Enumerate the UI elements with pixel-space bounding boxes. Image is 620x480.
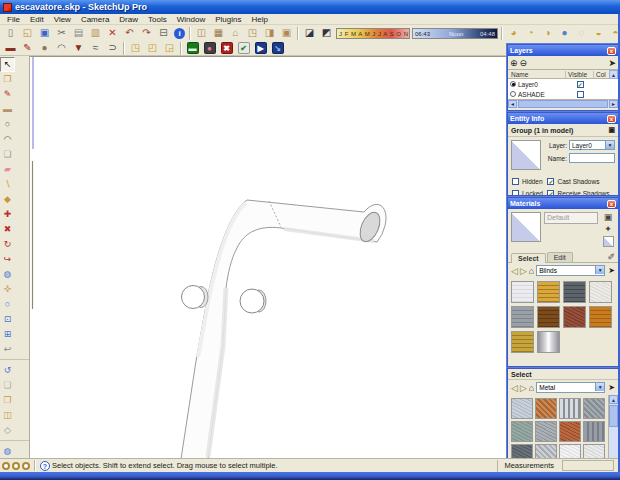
style-wireframe-icon[interactable]: ◑: [539, 26, 556, 40]
zoom-extents-tool[interactable]: ⊞: [0, 327, 15, 342]
menu-plugins[interactable]: Plugins: [210, 15, 246, 24]
close-icon[interactable]: x: [607, 47, 616, 55]
column-visible[interactable]: Visible: [566, 71, 594, 78]
home-icon[interactable]: ⌂: [529, 266, 534, 276]
undo-icon[interactable]: ↶: [121, 26, 138, 40]
model-info-icon[interactable]: i: [172, 26, 187, 40]
hidden-checkbox[interactable]: [512, 178, 519, 185]
forward-icon[interactable]: ▷: [520, 383, 527, 393]
view-iso-icon[interactable]: ◳: [127, 41, 144, 55]
menu-window[interactable]: Window: [172, 15, 210, 24]
current-layer-radio[interactable]: [510, 81, 516, 87]
component-browser-tool[interactable]: ❐: [0, 393, 15, 408]
library-dropdown[interactable]: Blinds ▼: [536, 265, 605, 276]
layers-hscrollbar[interactable]: ◄ ►: [508, 99, 618, 108]
status-circle-icon[interactable]: [12, 462, 20, 470]
scale-tool[interactable]: ✖: [0, 222, 15, 237]
circle-tool[interactable]: ○: [0, 117, 15, 132]
toggle-terrain-icon[interactable]: ▦: [210, 26, 227, 40]
rectangle-tool[interactable]: ▬: [0, 102, 15, 117]
shadow-time-slider[interactable]: 06:43Noon04:48: [412, 28, 498, 39]
paint-bucket-tool[interactable]: ◆: [0, 192, 15, 207]
style-shaded-textures-icon[interactable]: ◒: [590, 26, 607, 40]
pan-tool[interactable]: ✜: [0, 282, 15, 297]
zoom-previous-tool[interactable]: ↩: [0, 342, 15, 357]
print-icon[interactable]: ⊟: [155, 26, 172, 40]
column-name[interactable]: Name: [508, 71, 566, 78]
freehand-icon[interactable]: ≈: [87, 41, 104, 55]
cut-icon[interactable]: ✂: [53, 26, 70, 40]
tape-measure-tool[interactable]: ∖: [0, 177, 15, 192]
material-swatch-corrugated-steel[interactable]: [559, 398, 581, 419]
library-dropdown[interactable]: Metal ▼: [536, 382, 605, 393]
home-icon[interactable]: ⌂: [529, 383, 534, 393]
add-layer-icon[interactable]: ⊕: [510, 58, 518, 68]
plugin-ellipse-icon[interactable]: ●: [201, 41, 218, 55]
scroll-right-icon[interactable]: ►: [609, 100, 618, 108]
place-model-icon[interactable]: ⌂: [227, 26, 244, 40]
drawing-canvas[interactable]: [30, 56, 506, 458]
layer-details-icon[interactable]: ➤: [608, 58, 616, 68]
back-icon[interactable]: ◁: [511, 383, 518, 393]
share-model-icon[interactable]: ◨: [261, 26, 278, 40]
chevron-down-icon[interactable]: ▼: [595, 266, 604, 274]
zoom-tool[interactable]: ○: [0, 297, 15, 312]
plugin-weld-icon[interactable]: ↘: [269, 41, 286, 55]
display-secondary-pane-icon[interactable]: ▣: [604, 212, 613, 222]
material-swatch-blinds-gold[interactable]: [537, 281, 560, 303]
line-icon[interactable]: ✎: [19, 41, 36, 55]
new-icon[interactable]: ▯: [2, 26, 19, 40]
material-swatch-copper-diamond-plate[interactable]: [535, 398, 557, 419]
plugin-delete-icon[interactable]: ✖: [218, 41, 235, 55]
move-tool[interactable]: ✚: [0, 207, 15, 222]
create-material-icon[interactable]: ✦: [604, 224, 612, 234]
material-name-box[interactable]: Default: [544, 212, 598, 224]
circle-icon[interactable]: ●: [36, 41, 53, 55]
material-swatch-steel-crosshatch[interactable]: [583, 398, 605, 419]
material-swatch-blinds-gold-stripe[interactable]: [511, 331, 534, 353]
material-swatch-wood-orange[interactable]: [589, 306, 612, 328]
layer-dropdown[interactable]: Layer0 ▼: [569, 140, 615, 150]
visible-checkbox[interactable]: [577, 91, 584, 98]
plugin-make-face-icon[interactable]: ▬: [184, 41, 201, 55]
menu-tools[interactable]: Tools: [143, 15, 172, 24]
scroll-up-icon[interactable]: ▲: [609, 395, 618, 404]
make-component-tool[interactable]: ❐: [0, 72, 15, 87]
orbit-2-tool[interactable]: ◍: [0, 444, 15, 459]
polygon-icon[interactable]: ▼: [70, 41, 87, 55]
material-swatch-corrugated-gray[interactable]: [583, 421, 605, 442]
save-icon[interactable]: ▣: [36, 26, 53, 40]
close-icon[interactable]: x: [607, 115, 616, 123]
shadow-settings-icon[interactable]: ◪: [301, 26, 318, 40]
material-swatch-green-metal[interactable]: [511, 421, 533, 442]
measurements-input[interactable]: [562, 460, 614, 471]
shadow-date-slider[interactable]: J F M A M J J A S O N D: [336, 28, 410, 39]
remove-layer-icon[interactable]: ⊖: [520, 58, 528, 68]
materials-title-bar[interactable]: Materials x: [508, 198, 618, 209]
forward-icon[interactable]: ▷: [520, 266, 527, 276]
material-swatch-blinds-dark-gray[interactable]: [563, 281, 586, 303]
scroll-thumb[interactable]: [609, 405, 618, 427]
offset-icon[interactable]: ⊃: [104, 41, 121, 55]
status-circle-icon[interactable]: [2, 462, 10, 470]
tab-edit[interactable]: Edit: [547, 252, 573, 262]
scroll-up-icon[interactable]: ▲: [609, 70, 618, 79]
group-tool[interactable]: ◫: [0, 408, 15, 423]
arc-tool[interactable]: ◠: [0, 132, 15, 147]
style-back-edges-icon[interactable]: ◔: [522, 26, 539, 40]
materials-vscrollbar[interactable]: ▲ ▼: [608, 395, 618, 460]
material-swatch-metal-silver[interactable]: [537, 331, 560, 353]
current-layer-radio[interactable]: [510, 91, 516, 97]
material-swatch-plaster-white[interactable]: [589, 281, 612, 303]
material-swatch-copper-rough[interactable]: [559, 421, 581, 442]
menu-edit[interactable]: Edit: [25, 15, 49, 24]
rectangle-icon[interactable]: ▬: [2, 41, 19, 55]
standard-views-tool[interactable]: ❏: [0, 378, 15, 393]
material-swatch-steel-rough[interactable]: [535, 421, 557, 442]
material-thumbnail[interactable]: [511, 140, 541, 170]
layer-row[interactable]: Layer0: [508, 79, 618, 89]
photo-textures-icon[interactable]: ▣: [278, 26, 295, 40]
camera-undo-tool[interactable]: ↺: [0, 363, 15, 378]
material-swatch-blinds-gray[interactable]: [511, 306, 534, 328]
entity-info-title-bar[interactable]: Entity Info x: [508, 113, 618, 124]
